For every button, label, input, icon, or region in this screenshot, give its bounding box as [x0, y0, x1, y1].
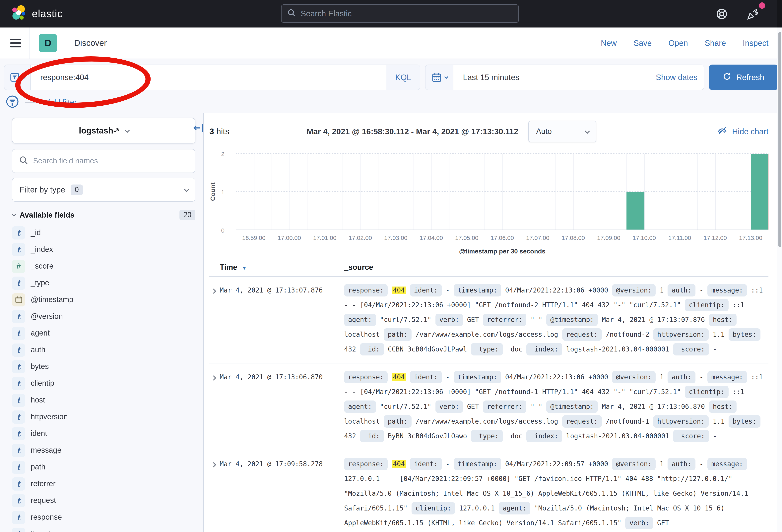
discover-app-badge[interactable]: D — [39, 34, 57, 52]
show-dates-button[interactable]: Show dates — [656, 73, 698, 82]
source-value: 1.1 — [713, 331, 725, 338]
field-item-auth[interactable]: tauth — [12, 342, 196, 358]
source-value: CCBN_3cB04dGovJLPawl — [388, 345, 467, 353]
appbar-action-share[interactable]: Share — [705, 38, 726, 48]
news-button[interactable] — [746, 7, 760, 21]
index-pattern-select[interactable]: logstash-* — [12, 118, 196, 144]
source-value: 127.0.0.1 — [459, 504, 495, 512]
source-field-badge: timestamp: — [454, 371, 501, 383]
query-input[interactable]: response:404 — [31, 65, 386, 90]
document-table: Mar 4, 2021 @ 17:13:07.876response: 404 … — [209, 276, 769, 532]
text-field-icon: t — [12, 527, 25, 532]
available-fields-header[interactable]: Available fields 20 — [12, 210, 196, 220]
interval-select[interactable]: Auto — [529, 121, 596, 142]
x-axis-title: @timestamp per 30 seconds — [236, 248, 769, 255]
histogram-bar[interactable] — [751, 154, 769, 230]
source-value: 1 — [660, 460, 664, 468]
appbar-action-inspect[interactable]: Inspect — [743, 38, 769, 48]
date-picker: Last 15 minutes Show dates — [425, 65, 704, 90]
source-value: logstash-2021.03.04-000001 — [566, 345, 669, 353]
source-field-badge: verb: — [626, 517, 653, 529]
interval-value: Auto — [536, 127, 552, 136]
divider — [30, 27, 30, 59]
source-value: localhost — [344, 418, 380, 425]
global-search[interactable] — [281, 4, 519, 23]
text-field-icon: t — [12, 477, 25, 490]
appbar-action-new[interactable]: New — [601, 38, 617, 48]
scrollbar-thumb[interactable] — [778, 32, 781, 247]
field-item-_score[interactable]: #_score — [12, 258, 196, 274]
appbar-action-save[interactable]: Save — [634, 38, 651, 48]
time-range-area[interactable]: Last 15 minutes Show dates — [453, 65, 704, 90]
vertical-gridline — [609, 154, 609, 230]
field-search-input[interactable] — [33, 157, 189, 165]
field-search[interactable] — [12, 149, 196, 173]
field-name: host — [31, 396, 45, 405]
menu-button[interactable] — [10, 39, 21, 47]
field-item-bytes[interactable]: tbytes — [12, 358, 196, 375]
histogram-bar[interactable] — [627, 192, 644, 230]
expand-row-button[interactable] — [209, 370, 220, 444]
search-icon — [287, 8, 296, 19]
field-item-httpversion[interactable]: thttpversion — [12, 409, 196, 425]
sort-desc-icon[interactable]: ▼ — [242, 265, 247, 271]
source-value: - — [700, 287, 704, 294]
filter-icon[interactable] — [6, 95, 19, 110]
source-field-badge: auth: — [668, 284, 695, 297]
x-axis-tick-label: 17:06:00 — [491, 234, 514, 241]
field-name: _score — [31, 262, 54, 271]
eye-slash-icon — [717, 125, 727, 138]
expand-row-button[interactable] — [209, 457, 220, 530]
text-field-icon: t — [12, 327, 25, 340]
help-button[interactable] — [715, 7, 728, 21]
text-field-icon: t — [12, 494, 25, 507]
table-row: Mar 4, 2021 @ 17:13:06.870response: 404 … — [209, 364, 769, 450]
source-value: /var/www/example.com/logs/access.log — [416, 331, 558, 338]
field-item-response[interactable]: tresponse — [12, 509, 196, 526]
source-value: "curl/7.52.1" — [380, 403, 431, 411]
source-field-badge: host: — [709, 401, 737, 413]
add-filter-button[interactable]: + Add filter — [41, 98, 77, 107]
dash-decoration — [25, 102, 35, 103]
hide-chart-button[interactable]: Hide chart — [717, 125, 769, 138]
field-item-_id[interactable]: t_id — [12, 224, 196, 241]
vertical-gridline — [289, 154, 290, 230]
time-range-value[interactable]: Last 15 minutes — [463, 73, 519, 82]
source-field-badge: clientip: — [685, 386, 728, 398]
field-item-_type[interactable]: t_type — [12, 274, 196, 291]
source-field-badge: ident: — [410, 284, 442, 297]
appbar-action-open[interactable]: Open — [668, 38, 688, 48]
scrollbar[interactable] — [777, 0, 782, 532]
calendar-button[interactable] — [426, 65, 453, 90]
field-item-clientip[interactable]: tclientip — [12, 375, 196, 392]
global-search-input[interactable] — [301, 9, 513, 18]
field-item-path[interactable]: tpath — [12, 459, 196, 476]
number-field-icon: # — [12, 260, 25, 273]
expand-row-button[interactable] — [209, 283, 220, 357]
x-axis-tick-label: 17:05:00 — [455, 234, 478, 241]
field-item-request[interactable]: trequest — [12, 492, 196, 509]
query-language-button[interactable]: KQL — [386, 65, 420, 90]
vertical-gridline — [307, 154, 308, 230]
text-field-icon: t — [12, 226, 25, 239]
elastic-logo[interactable]: elastic — [10, 5, 63, 23]
index-pattern-name: logstash-* — [79, 126, 119, 136]
saved-query-button[interactable] — [4, 65, 31, 90]
time-column-header[interactable]: Time ▼ — [220, 263, 340, 272]
field-item-timestamp[interactable]: ttimestamp — [12, 526, 196, 532]
field-item-referrer[interactable]: treferrer — [12, 476, 196, 492]
source-value: "-" — [531, 403, 542, 411]
filter-by-type-select[interactable]: Filter by type 0 — [12, 178, 196, 202]
collapse-sidebar-button[interactable] — [192, 122, 204, 136]
divider — [66, 27, 66, 59]
app-bar: D Discover NewSaveOpenShareInspect — [0, 28, 782, 59]
field-item-ident[interactable]: tident — [12, 425, 196, 442]
field-item-host[interactable]: thost — [12, 392, 196, 409]
field-item-@version[interactable]: t@version — [12, 308, 196, 325]
refresh-button[interactable]: Refresh — [709, 65, 778, 90]
field-item-_index[interactable]: t_index — [12, 241, 196, 258]
field-item-message[interactable]: tmessage — [12, 442, 196, 459]
y-axis-tick-label: 0 — [221, 227, 224, 234]
field-item-agent[interactable]: tagent — [12, 325, 196, 342]
field-item-@timestamp[interactable]: @timestamp — [12, 291, 196, 308]
